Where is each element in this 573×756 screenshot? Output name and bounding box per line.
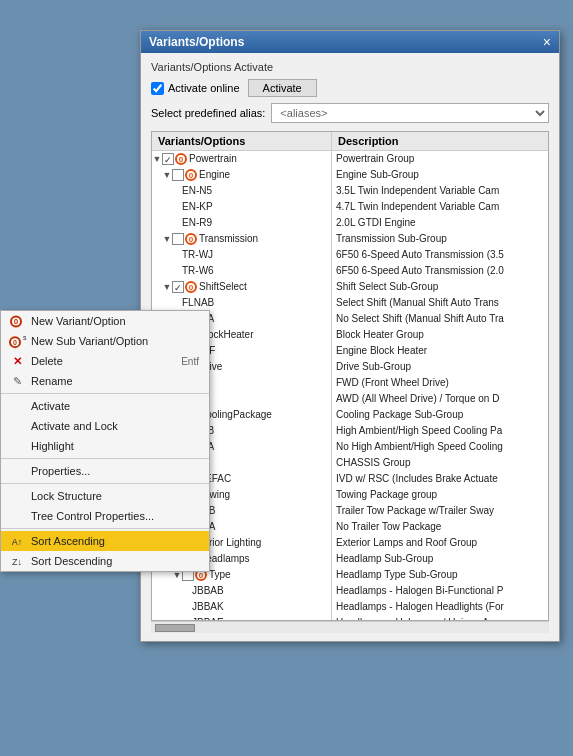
desc-row: 6F50 6-Speed Auto Transmission (3.5	[332, 247, 548, 263]
tree-area: Variants/Options ▼0Powertrain▼0EngineEN-…	[151, 131, 549, 621]
activate-button[interactable]: Activate	[248, 79, 317, 97]
tree-row[interactable]: ▼0Transmission	[152, 231, 331, 247]
expand-icon[interactable]: ▼	[162, 280, 172, 294]
desc-row: Cooling Package Sub-Group	[332, 407, 548, 423]
activate-row: Activate online Activate	[151, 79, 549, 97]
tree-row[interactable]: ▼0Powertrain	[152, 151, 331, 167]
activate-lock-label: Activate and Lock	[31, 420, 118, 432]
row-label: TR-WJ	[182, 248, 213, 262]
title-bar: Variants/Options ×	[141, 31, 559, 53]
scrollbar-thumb[interactable]	[155, 624, 195, 632]
activate-label: Activate	[31, 400, 70, 412]
desc-row: No Select Shift (Manual Shift Auto Tra	[332, 311, 548, 327]
row-label: Transmission	[199, 232, 258, 246]
tree-row[interactable]: EN-KP	[152, 199, 331, 215]
desc-row: Trailer Tow Package w/Trailer Sway	[332, 503, 548, 519]
tree-row[interactable]: ▼0ShiftSelect	[152, 279, 331, 295]
context-menu-divider	[1, 528, 209, 529]
tree-row[interactable]: EN-R9	[152, 215, 331, 231]
activate-online-label[interactable]: Activate online	[151, 82, 240, 95]
expand-icon[interactable]: ▼	[162, 232, 172, 246]
context-menu-item-new-sub-variant[interactable]: 0sNew Sub Variant/Option	[1, 331, 209, 351]
zero-icon: 0	[185, 233, 197, 245]
row-label: JBBAE	[192, 616, 224, 620]
sort-asc-icon: A↑	[9, 535, 25, 547]
delete-shortcut: Entf	[161, 356, 199, 367]
desc-row: CHASSIS Group	[332, 455, 548, 471]
zero-icon: 0	[175, 153, 187, 165]
row-checkbox[interactable]	[162, 153, 174, 165]
desc-row: Headlamp Type Sub-Group	[332, 567, 548, 583]
tree-row[interactable]: EN-N5	[152, 183, 331, 199]
desc-row: Shift Select Sub-Group	[332, 279, 548, 295]
tree-row[interactable]: FLNAB	[152, 295, 331, 311]
row-label: JBBAB	[192, 584, 224, 598]
desc-row: Engine Block Heater	[332, 343, 548, 359]
context-menu-item-new-variant[interactable]: 0New Variant/Option	[1, 311, 209, 331]
tree-row[interactable]: JBBAK	[152, 599, 331, 615]
subtitle: Variants/Options Activate	[151, 61, 549, 73]
context-menu-item-activate[interactable]: Activate	[1, 396, 209, 416]
context-menu-item-activate-lock[interactable]: Activate and Lock	[1, 416, 209, 436]
properties-label: Properties...	[31, 465, 90, 477]
tree-row[interactable]: TR-WJ	[152, 247, 331, 263]
expand-icon[interactable]: ▼	[162, 168, 172, 182]
horizontal-scrollbar[interactable]	[151, 621, 549, 633]
context-menu-item-delete[interactable]: ✕DeleteEntf	[1, 351, 209, 371]
alias-dropdown[interactable]: <aliases>	[271, 103, 549, 123]
desc-row: 2.0L GTDI Engine	[332, 215, 548, 231]
expand-icon[interactable]: ▼	[152, 152, 162, 166]
rename-label: Rename	[31, 375, 73, 387]
desc-row: No High Ambient/High Speed Cooling	[332, 439, 548, 455]
desc-row: No Trailer Tow Package	[332, 519, 548, 535]
delete-label: Delete	[31, 355, 63, 367]
tree-row[interactable]: JBBAB	[152, 583, 331, 599]
row-label: EN-N5	[182, 184, 212, 198]
row-label: TR-W6	[182, 264, 214, 278]
desc-row: Transmission Sub-Group	[332, 231, 548, 247]
sort-asc-label: Sort Ascending	[31, 535, 105, 547]
row-label: EN-KP	[182, 200, 213, 214]
zero-icon: 0	[185, 281, 197, 293]
desc-row: 4.7L Twin Independent Variable Cam	[332, 199, 548, 215]
context-menu-item-properties[interactable]: Properties...	[1, 461, 209, 481]
tree-row[interactable]: JBBAE	[152, 615, 331, 620]
dialog-title: Variants/Options	[149, 35, 244, 49]
desc-row: Select Shift (Manual Shift Auto Trans	[332, 295, 548, 311]
desc-row: Block Heater Group	[332, 327, 548, 343]
new-sub-variant-label: New Sub Variant/Option	[31, 335, 148, 347]
tree-row[interactable]: ▼0Engine	[152, 167, 331, 183]
context-menu-divider	[1, 393, 209, 394]
context-menu-item-highlight[interactable]: Highlight	[1, 436, 209, 456]
desc-row: High Ambient/High Speed Cooling Pa	[332, 423, 548, 439]
row-label: Engine	[199, 168, 230, 182]
tree-control-label: Tree Control Properties...	[31, 510, 154, 522]
row-checkbox[interactable]	[172, 281, 184, 293]
row-label: JBBAK	[192, 600, 224, 614]
tree-row[interactable]: TR-W6	[152, 263, 331, 279]
close-button[interactable]: ×	[543, 35, 551, 49]
desc-row: Drive Sub-Group	[332, 359, 548, 375]
context-menu-item-lock-structure[interactable]: Lock Structure	[1, 486, 209, 506]
tree-rows-right: Powertrain GroupEngine Sub-Group3.5L Twi…	[332, 151, 548, 620]
activate-online-checkbox[interactable]	[151, 82, 164, 95]
row-label: Type	[209, 568, 231, 582]
context-menu: 0New Variant/Option0sNew Sub Variant/Opt…	[0, 310, 210, 572]
description-column: Description Powertrain GroupEngine Sub-G…	[332, 132, 548, 620]
desc-row: Towing Package group	[332, 487, 548, 503]
context-menu-item-sort-asc[interactable]: A↑Sort Ascending	[1, 531, 209, 551]
desc-row: IVD w/ RSC (Includes Brake Actuate	[332, 471, 548, 487]
variants-header: Variants/Options	[152, 132, 331, 151]
rename-icon: ✎	[9, 375, 25, 388]
row-label: Powertrain	[189, 152, 237, 166]
desc-row: Headlamps - Halogen Bi-Functional P	[332, 583, 548, 599]
context-menu-item-tree-control[interactable]: Tree Control Properties...	[1, 506, 209, 526]
row-checkbox[interactable]	[172, 169, 184, 181]
context-menu-item-sort-desc[interactable]: Z↓Sort Descending	[1, 551, 209, 571]
row-label: FLNAB	[182, 296, 214, 310]
lock-structure-label: Lock Structure	[31, 490, 102, 502]
context-menu-item-rename[interactable]: ✎Rename	[1, 371, 209, 391]
sort-desc-label: Sort Descending	[31, 555, 112, 567]
desc-row: Headlamps - Halogen w/ Unique App	[332, 615, 548, 620]
row-checkbox[interactable]	[172, 233, 184, 245]
